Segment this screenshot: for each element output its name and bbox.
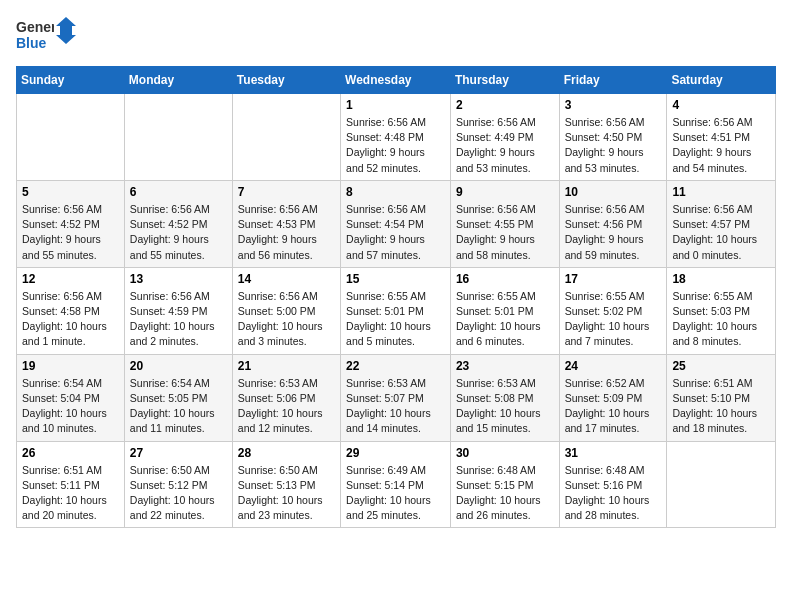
day-number: 5	[22, 185, 119, 199]
week-row-3: 12Sunrise: 6:56 AM Sunset: 4:58 PM Dayli…	[17, 267, 776, 354]
calendar-cell: 27Sunrise: 6:50 AM Sunset: 5:12 PM Dayli…	[124, 441, 232, 528]
week-row-4: 19Sunrise: 6:54 AM Sunset: 5:04 PM Dayli…	[17, 354, 776, 441]
page-header: General Blue	[16, 16, 776, 54]
calendar-cell: 28Sunrise: 6:50 AM Sunset: 5:13 PM Dayli…	[232, 441, 340, 528]
calendar-cell: 30Sunrise: 6:48 AM Sunset: 5:15 PM Dayli…	[450, 441, 559, 528]
day-number: 30	[456, 446, 554, 460]
calendar-cell: 16Sunrise: 6:55 AM Sunset: 5:01 PM Dayli…	[450, 267, 559, 354]
day-info: Sunrise: 6:55 AM Sunset: 5:03 PM Dayligh…	[672, 289, 770, 350]
day-info: Sunrise: 6:55 AM Sunset: 5:02 PM Dayligh…	[565, 289, 662, 350]
logo-bird-icon: General Blue	[16, 16, 54, 54]
calendar-cell: 3Sunrise: 6:56 AM Sunset: 4:50 PM Daylig…	[559, 94, 667, 181]
day-info: Sunrise: 6:54 AM Sunset: 5:05 PM Dayligh…	[130, 376, 227, 437]
day-info: Sunrise: 6:56 AM Sunset: 4:52 PM Dayligh…	[130, 202, 227, 263]
calendar-cell: 7Sunrise: 6:56 AM Sunset: 4:53 PM Daylig…	[232, 180, 340, 267]
calendar-cell: 23Sunrise: 6:53 AM Sunset: 5:08 PM Dayli…	[450, 354, 559, 441]
logo-chevron-icon	[56, 17, 76, 53]
day-info: Sunrise: 6:51 AM Sunset: 5:10 PM Dayligh…	[672, 376, 770, 437]
day-number: 21	[238, 359, 335, 373]
calendar-cell: 19Sunrise: 6:54 AM Sunset: 5:04 PM Dayli…	[17, 354, 125, 441]
day-number: 20	[130, 359, 227, 373]
day-info: Sunrise: 6:56 AM Sunset: 4:51 PM Dayligh…	[672, 115, 770, 176]
header-sunday: Sunday	[17, 67, 125, 94]
day-info: Sunrise: 6:56 AM Sunset: 4:59 PM Dayligh…	[130, 289, 227, 350]
calendar-header: SundayMondayTuesdayWednesdayThursdayFrid…	[17, 67, 776, 94]
calendar-cell: 14Sunrise: 6:56 AM Sunset: 5:00 PM Dayli…	[232, 267, 340, 354]
calendar-cell: 4Sunrise: 6:56 AM Sunset: 4:51 PM Daylig…	[667, 94, 776, 181]
day-info: Sunrise: 6:48 AM Sunset: 5:15 PM Dayligh…	[456, 463, 554, 524]
day-info: Sunrise: 6:55 AM Sunset: 5:01 PM Dayligh…	[346, 289, 445, 350]
svg-text:Blue: Blue	[16, 35, 47, 51]
calendar-cell: 15Sunrise: 6:55 AM Sunset: 5:01 PM Dayli…	[341, 267, 451, 354]
day-number: 3	[565, 98, 662, 112]
day-info: Sunrise: 6:56 AM Sunset: 5:00 PM Dayligh…	[238, 289, 335, 350]
calendar-cell: 20Sunrise: 6:54 AM Sunset: 5:05 PM Dayli…	[124, 354, 232, 441]
calendar-cell: 8Sunrise: 6:56 AM Sunset: 4:54 PM Daylig…	[341, 180, 451, 267]
day-info: Sunrise: 6:56 AM Sunset: 4:49 PM Dayligh…	[456, 115, 554, 176]
day-number: 11	[672, 185, 770, 199]
header-tuesday: Tuesday	[232, 67, 340, 94]
day-number: 13	[130, 272, 227, 286]
day-number: 29	[346, 446, 445, 460]
day-number: 23	[456, 359, 554, 373]
calendar-cell: 26Sunrise: 6:51 AM Sunset: 5:11 PM Dayli…	[17, 441, 125, 528]
day-info: Sunrise: 6:56 AM Sunset: 4:52 PM Dayligh…	[22, 202, 119, 263]
day-info: Sunrise: 6:56 AM Sunset: 4:57 PM Dayligh…	[672, 202, 770, 263]
calendar-cell: 11Sunrise: 6:56 AM Sunset: 4:57 PM Dayli…	[667, 180, 776, 267]
svg-text:General: General	[16, 19, 54, 35]
svg-marker-2	[56, 17, 76, 44]
week-row-1: 1Sunrise: 6:56 AM Sunset: 4:48 PM Daylig…	[17, 94, 776, 181]
day-info: Sunrise: 6:55 AM Sunset: 5:01 PM Dayligh…	[456, 289, 554, 350]
day-info: Sunrise: 6:56 AM Sunset: 4:56 PM Dayligh…	[565, 202, 662, 263]
calendar-cell: 22Sunrise: 6:53 AM Sunset: 5:07 PM Dayli…	[341, 354, 451, 441]
day-number: 8	[346, 185, 445, 199]
calendar-table: SundayMondayTuesdayWednesdayThursdayFrid…	[16, 66, 776, 528]
calendar-cell: 10Sunrise: 6:56 AM Sunset: 4:56 PM Dayli…	[559, 180, 667, 267]
day-number: 18	[672, 272, 770, 286]
day-info: Sunrise: 6:56 AM Sunset: 4:50 PM Dayligh…	[565, 115, 662, 176]
day-number: 31	[565, 446, 662, 460]
day-number: 10	[565, 185, 662, 199]
day-info: Sunrise: 6:52 AM Sunset: 5:09 PM Dayligh…	[565, 376, 662, 437]
header-thursday: Thursday	[450, 67, 559, 94]
day-number: 7	[238, 185, 335, 199]
day-info: Sunrise: 6:50 AM Sunset: 5:13 PM Dayligh…	[238, 463, 335, 524]
calendar-cell: 1Sunrise: 6:56 AM Sunset: 4:48 PM Daylig…	[341, 94, 451, 181]
day-number: 25	[672, 359, 770, 373]
day-number: 27	[130, 446, 227, 460]
day-info: Sunrise: 6:56 AM Sunset: 4:55 PM Dayligh…	[456, 202, 554, 263]
calendar-cell: 9Sunrise: 6:56 AM Sunset: 4:55 PM Daylig…	[450, 180, 559, 267]
day-number: 9	[456, 185, 554, 199]
day-number: 1	[346, 98, 445, 112]
calendar-cell: 21Sunrise: 6:53 AM Sunset: 5:06 PM Dayli…	[232, 354, 340, 441]
day-info: Sunrise: 6:56 AM Sunset: 4:54 PM Dayligh…	[346, 202, 445, 263]
day-number: 4	[672, 98, 770, 112]
day-info: Sunrise: 6:53 AM Sunset: 5:08 PM Dayligh…	[456, 376, 554, 437]
day-number: 15	[346, 272, 445, 286]
header-friday: Friday	[559, 67, 667, 94]
day-info: Sunrise: 6:54 AM Sunset: 5:04 PM Dayligh…	[22, 376, 119, 437]
day-number: 22	[346, 359, 445, 373]
day-info: Sunrise: 6:53 AM Sunset: 5:07 PM Dayligh…	[346, 376, 445, 437]
calendar-cell: 29Sunrise: 6:49 AM Sunset: 5:14 PM Dayli…	[341, 441, 451, 528]
calendar-cell: 5Sunrise: 6:56 AM Sunset: 4:52 PM Daylig…	[17, 180, 125, 267]
day-number: 28	[238, 446, 335, 460]
day-number: 2	[456, 98, 554, 112]
calendar-cell: 17Sunrise: 6:55 AM Sunset: 5:02 PM Dayli…	[559, 267, 667, 354]
day-number: 12	[22, 272, 119, 286]
week-row-5: 26Sunrise: 6:51 AM Sunset: 5:11 PM Dayli…	[17, 441, 776, 528]
day-info: Sunrise: 6:56 AM Sunset: 4:53 PM Dayligh…	[238, 202, 335, 263]
header-saturday: Saturday	[667, 67, 776, 94]
day-number: 14	[238, 272, 335, 286]
day-info: Sunrise: 6:56 AM Sunset: 4:58 PM Dayligh…	[22, 289, 119, 350]
calendar-cell: 25Sunrise: 6:51 AM Sunset: 5:10 PM Dayli…	[667, 354, 776, 441]
day-number: 17	[565, 272, 662, 286]
day-info: Sunrise: 6:53 AM Sunset: 5:06 PM Dayligh…	[238, 376, 335, 437]
calendar-cell: 18Sunrise: 6:55 AM Sunset: 5:03 PM Dayli…	[667, 267, 776, 354]
day-number: 16	[456, 272, 554, 286]
day-info: Sunrise: 6:49 AM Sunset: 5:14 PM Dayligh…	[346, 463, 445, 524]
day-info: Sunrise: 6:56 AM Sunset: 4:48 PM Dayligh…	[346, 115, 445, 176]
calendar-cell	[667, 441, 776, 528]
day-number: 26	[22, 446, 119, 460]
calendar-cell: 31Sunrise: 6:48 AM Sunset: 5:16 PM Dayli…	[559, 441, 667, 528]
